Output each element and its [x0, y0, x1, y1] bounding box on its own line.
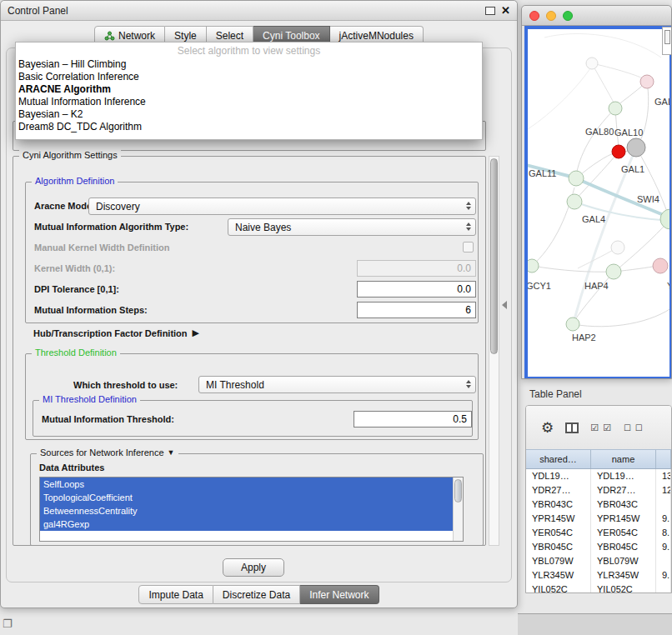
gear-icon[interactable]: ⚙: [541, 421, 554, 435]
manual-kernel-width-checkbox[interactable]: [463, 242, 474, 252]
column-view-icon[interactable]: [565, 422, 579, 433]
float-window-icon[interactable]: [485, 7, 495, 15]
table-cell[interactable]: YIL052C: [591, 582, 656, 592]
dropdown-item[interactable]: Basic Correlation Inference: [16, 71, 482, 83]
table-row[interactable]: YBR043CYBR043C: [526, 498, 671, 512]
table-cell[interactable]: YDR27…: [591, 483, 656, 498]
table-cell[interactable]: YDL19…: [591, 469, 656, 483]
list-scrollbar[interactable]: [453, 478, 463, 541]
table-cell[interactable]: 13: [656, 469, 671, 483]
list-item[interactable]: BetweennessCentrality: [40, 504, 453, 518]
tab-infer-network[interactable]: Infer Network: [300, 585, 379, 604]
cyni-bottom-tabs: Impute Data Discretize Data Infer Networ…: [1, 585, 517, 604]
table-cell[interactable]: YBL079W: [526, 554, 591, 568]
table-cell[interactable]: YBL079W: [591, 554, 656, 568]
threshold-definition-group: Threshold Definition Which threshold to …: [25, 353, 479, 440]
dropdown-item-selected[interactable]: ARACNE Algorithm: [16, 83, 482, 96]
table-cell[interactable]: 9.: [656, 568, 671, 582]
network-node[interactable]: [612, 145, 625, 158]
deselect-all-icon[interactable]: ☐ ☐: [624, 423, 644, 432]
table-cell[interactable]: [656, 498, 671, 512]
network-node[interactable]: [660, 209, 669, 229]
apply-button[interactable]: Apply: [223, 558, 284, 577]
network-node[interactable]: [569, 171, 584, 186]
table-cell[interactable]: 9.: [656, 540, 671, 554]
table-cell[interactable]: YBR045C: [526, 540, 591, 554]
mi-algorithm-type-label: Mutual Information Algorithm Type:: [34, 222, 188, 232]
table-row[interactable]: YDR27…YDR27…12: [526, 483, 671, 498]
dropdown-item[interactable]: Dream8 DC_TDC Algorithm: [16, 121, 482, 133]
table-cell[interactable]: 8.: [656, 526, 671, 540]
network-node[interactable]: [609, 102, 622, 115]
table-cell[interactable]: [656, 554, 671, 568]
table-cell[interactable]: 9.: [656, 512, 671, 526]
column-header[interactable]: shared…: [526, 450, 591, 468]
which-threshold-select[interactable]: MI Threshold: [198, 376, 476, 393]
table-row[interactable]: YPR145WYPR145W9.: [526, 512, 671, 526]
network-node[interactable]: [627, 138, 645, 157]
network-node[interactable]: [606, 264, 621, 279]
dock-corner-icon[interactable]: ❐: [3, 618, 13, 630]
table-cell[interactable]: YBR043C: [591, 498, 656, 512]
network-node[interactable]: [586, 58, 598, 69]
list-item[interactable]: TopologicalCoefficient: [40, 491, 453, 504]
table-cell[interactable]: 12: [656, 483, 671, 498]
settings-scrollbar[interactable]: [489, 156, 499, 546]
settings-scrollbar-thumb[interactable]: [490, 158, 498, 354]
table-cell[interactable]: YPR145W: [526, 512, 591, 526]
dropdown-item[interactable]: Bayesian – Hill Climbing: [16, 58, 482, 71]
table-cell[interactable]: YDR27…: [526, 483, 591, 498]
table-row[interactable]: YLR345WYLR345W9.: [526, 568, 671, 582]
table-cell[interactable]: YPR145W: [591, 512, 656, 526]
mi-algorithm-type-select[interactable]: Naive Bayes: [228, 218, 476, 236]
tab-label: Infer Network: [309, 589, 369, 601]
close-traffic-light[interactable]: [529, 11, 539, 21]
sources-legend[interactable]: Sources for Network Inference ▼: [37, 448, 178, 458]
zoom-traffic-light[interactable]: [563, 11, 573, 21]
table-row[interactable]: YBR045CYBR045C9.: [526, 540, 671, 554]
network-node[interactable]: [611, 241, 624, 254]
table-cell[interactable]: YER054C: [591, 526, 656, 540]
dropdown-item[interactable]: Mutual Information Inference: [16, 96, 482, 108]
table-cell[interactable]: YBR043C: [526, 498, 591, 512]
mi-steps-input[interactable]: [357, 302, 476, 318]
list-scrollbar-thumb[interactable]: [454, 479, 462, 502]
hub-definition-section[interactable]: Hub/Transcription Factor Definition ▶: [33, 328, 199, 338]
tab-label: Style: [174, 30, 197, 42]
data-attributes-list[interactable]: SelfLoops TopologicalCoefficient Between…: [39, 477, 464, 542]
aracne-mode-select[interactable]: Discovery: [88, 198, 476, 215]
list-item[interactable]: SelfLoops: [40, 478, 453, 491]
kernel-width-input[interactable]: [357, 260, 476, 277]
network-node[interactable]: [653, 258, 668, 273]
dropdown-item[interactable]: Bayesian – K2: [16, 108, 482, 121]
close-icon[interactable]: ✕: [501, 6, 510, 16]
table-row[interactable]: YER054CYER054C8.: [526, 526, 671, 540]
column-header[interactable]: [656, 450, 671, 468]
table-row[interactable]: YDL19…YDL19…13: [526, 469, 671, 483]
table-cell[interactable]: YIL052C: [526, 582, 591, 592]
column-header[interactable]: name: [591, 450, 656, 468]
network-canvas-svg[interactable]: GALGAL80GAL10GAL11GAL1SWI4GAL4GCY1HAP4HA…: [528, 29, 669, 377]
table-cell[interactable]: YDL19…: [526, 469, 591, 483]
table-cell[interactable]: YLR345W: [591, 568, 656, 582]
tab-discretize-data[interactable]: Discretize Data: [213, 585, 300, 604]
select-all-icon[interactable]: ☑ ☑: [590, 422, 612, 433]
table-cell[interactable]: YER054C: [526, 526, 591, 540]
network-node[interactable]: [566, 318, 579, 331]
network-node[interactable]: [567, 194, 582, 209]
minimize-traffic-light[interactable]: [546, 11, 556, 21]
table-cell[interactable]: [656, 582, 671, 592]
table-row[interactable]: YBL079WYBL079W: [526, 554, 671, 568]
tab-impute-data[interactable]: Impute Data: [138, 585, 213, 604]
network-node[interactable]: [640, 75, 654, 88]
mi-threshold-input[interactable]: [354, 411, 472, 428]
dpi-tolerance-label: DPI Tolerance [0,1]:: [34, 284, 119, 294]
table-cell[interactable]: YLR345W: [526, 568, 591, 582]
list-item[interactable]: gal4RGexp: [40, 518, 453, 531]
table-row[interactable]: YIL052CYIL052C: [526, 582, 671, 592]
network-node[interactable]: [528, 259, 539, 272]
dpi-tolerance-input[interactable]: [357, 281, 476, 298]
network-scrollbar-stub[interactable]: [662, 27, 672, 55]
panel-collapse-handle[interactable]: [502, 301, 507, 309]
table-cell[interactable]: YBR045C: [591, 540, 656, 554]
